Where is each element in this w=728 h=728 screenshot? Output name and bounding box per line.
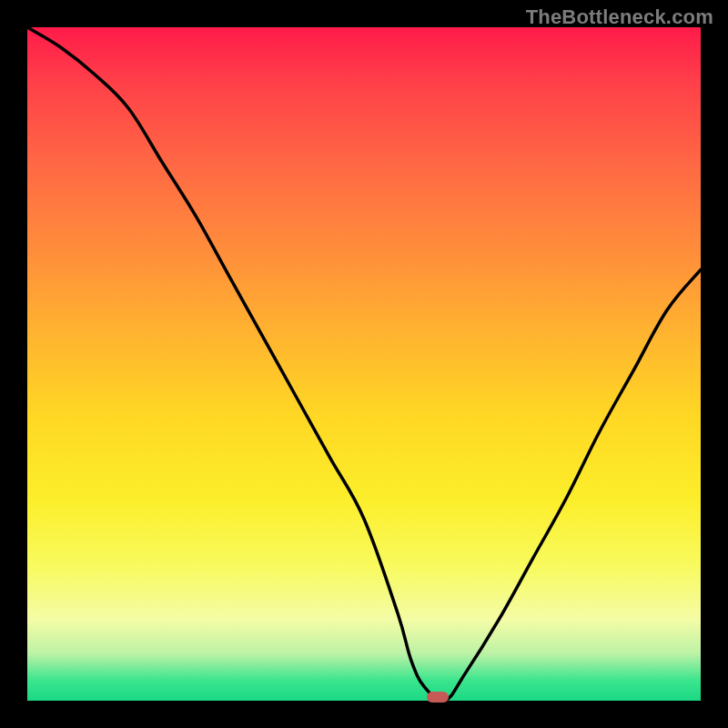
chart-frame: TheBottleneck.com xyxy=(0,0,728,728)
plot-area xyxy=(27,27,701,701)
minimum-marker xyxy=(427,692,449,703)
watermark-text: TheBottleneck.com xyxy=(526,5,713,29)
bottleneck-curve xyxy=(27,27,701,701)
